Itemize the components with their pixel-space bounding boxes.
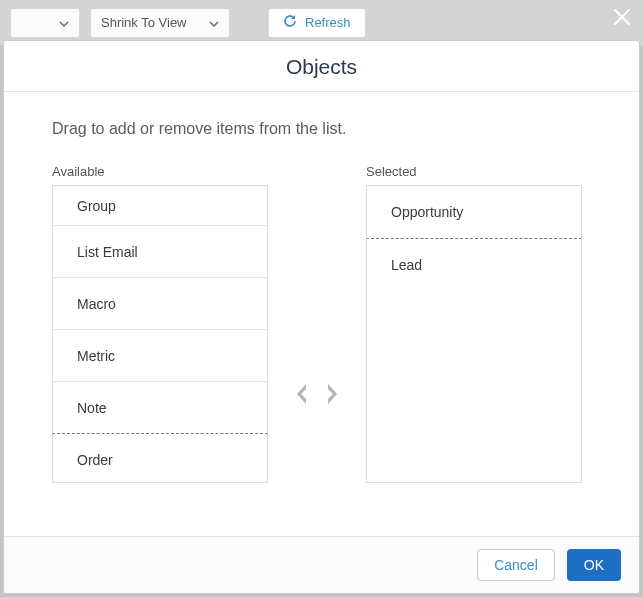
list-item-label: Group bbox=[77, 198, 116, 214]
available-listbox[interactable]: Group List Email Macro Metric Note bbox=[52, 185, 268, 483]
selected-listbox[interactable]: Opportunity Lead bbox=[366, 185, 582, 483]
move-right-button[interactable] bbox=[322, 381, 342, 407]
bg-dropdown-1 bbox=[10, 8, 80, 38]
bg-refresh-label: Refresh bbox=[305, 15, 351, 30]
list-item-label: List Email bbox=[77, 244, 138, 260]
close-icon bbox=[611, 14, 633, 31]
list-item-label: Macro bbox=[77, 296, 116, 312]
available-label: Available bbox=[52, 164, 268, 179]
bg-dropdown-shrink: Shrink To View bbox=[90, 8, 230, 38]
modal-header: Objects bbox=[4, 41, 639, 92]
list-item-label: Opportunity bbox=[391, 204, 463, 220]
refresh-icon bbox=[283, 14, 297, 31]
bg-refresh-button: Refresh bbox=[268, 8, 366, 38]
background-toolbar: Shrink To View Refresh bbox=[0, 0, 643, 45]
available-item-macro[interactable]: Macro bbox=[53, 278, 267, 330]
chevron-down-icon bbox=[59, 15, 69, 30]
list-item-label: Lead bbox=[391, 257, 422, 273]
available-item-metric[interactable]: Metric bbox=[53, 330, 267, 382]
cancel-button[interactable]: Cancel bbox=[477, 549, 555, 581]
chevron-right-icon bbox=[322, 381, 342, 407]
move-left-button[interactable] bbox=[292, 381, 312, 407]
selected-item-opportunity[interactable]: Opportunity bbox=[366, 185, 582, 239]
available-column: Available Group List Email Macro Metric bbox=[52, 164, 268, 483]
list-item-label: Metric bbox=[77, 348, 115, 364]
list-item-label: Order bbox=[77, 452, 113, 468]
modal-body: Drag to add or remove items from the lis… bbox=[4, 92, 639, 536]
chevron-left-icon bbox=[292, 381, 312, 407]
selected-column: Selected Opportunity Lead bbox=[366, 164, 582, 483]
available-item-group[interactable]: Group bbox=[53, 186, 267, 226]
bg-dropdown-shrink-label: Shrink To View bbox=[101, 15, 187, 30]
available-item-order[interactable]: Order bbox=[52, 433, 268, 483]
modal-title: Objects bbox=[4, 55, 639, 79]
available-item-list-email[interactable]: List Email bbox=[53, 226, 267, 278]
dual-listbox: Available Group List Email Macro Metric bbox=[52, 164, 591, 483]
ok-button-label: OK bbox=[584, 557, 604, 573]
modal-instruction: Drag to add or remove items from the lis… bbox=[52, 120, 591, 138]
transfer-arrows bbox=[268, 164, 366, 483]
selected-label: Selected bbox=[366, 164, 582, 179]
close-button[interactable] bbox=[611, 6, 633, 32]
available-item-note[interactable]: Note bbox=[53, 382, 267, 434]
list-item-label: Note bbox=[77, 400, 107, 416]
ok-button[interactable]: OK bbox=[567, 549, 621, 581]
objects-modal: Objects Drag to add or remove items from… bbox=[3, 40, 640, 594]
selected-item-lead[interactable]: Lead bbox=[367, 239, 581, 291]
modal-footer: Cancel OK bbox=[4, 536, 639, 593]
chevron-down-icon bbox=[209, 15, 219, 30]
cancel-button-label: Cancel bbox=[494, 557, 538, 573]
